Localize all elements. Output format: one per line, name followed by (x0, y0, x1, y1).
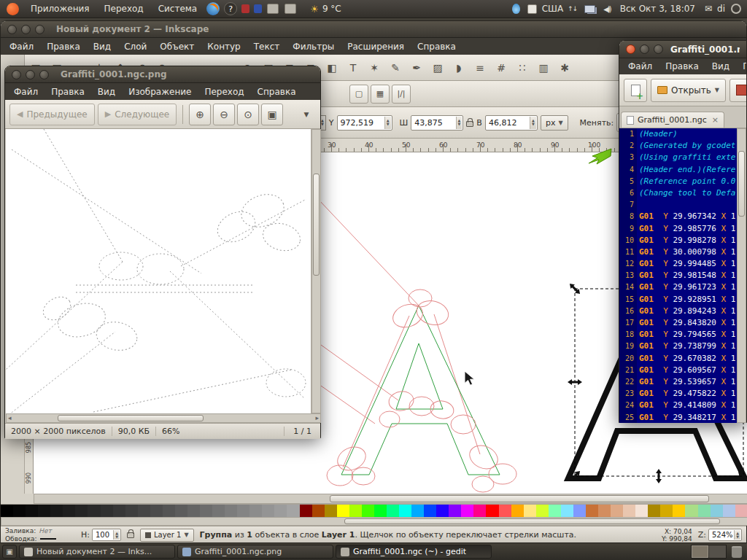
palette-swatch[interactable] (536, 505, 549, 517)
distro-logo-icon[interactable] (7, 3, 19, 15)
palette-swatch[interactable] (524, 505, 536, 517)
mail-icon[interactable]: ✉ (705, 4, 712, 14)
pencil-button[interactable]: ✎ (386, 58, 405, 77)
palette-swatch[interactable] (698, 505, 711, 517)
palette-swatch[interactable] (648, 505, 660, 517)
document-tab[interactable]: Graffiti_0001.ngc × (621, 112, 724, 128)
inkscape-menu-item[interactable]: Справка (411, 39, 462, 54)
inkscape-menu-item[interactable]: Контур (201, 39, 247, 54)
open-button[interactable]: Открыть ▼ (651, 79, 726, 102)
clock[interactable]: Вск Окт 3, 18:07 (616, 4, 700, 14)
palette-swatch[interactable] (374, 505, 387, 517)
palette-swatch[interactable] (88, 505, 100, 517)
canvas-hscrollbar[interactable] (34, 494, 747, 504)
help-launcher-icon[interactable]: ? (224, 2, 237, 15)
viewer-menu-item[interactable]: Изображение (122, 85, 198, 99)
viewer-menu-item[interactable]: Правка (44, 85, 91, 99)
taskbar-window-button[interactable]: Новый документ 2 — Inks... (19, 545, 175, 559)
palette-swatch[interactable] (499, 505, 511, 517)
palette-swatch[interactable] (63, 505, 75, 517)
taskbar-window-button[interactable]: Graffiti_0001.ngc (~) - gedit (336, 545, 492, 559)
palette-swatch[interactable] (349, 505, 362, 517)
palette-swatch[interactable] (673, 505, 685, 517)
save-button[interactable] (729, 79, 746, 102)
grid-toggle[interactable]: ▦ (371, 85, 390, 104)
scrollbar-slider[interactable] (344, 518, 720, 524)
palette-swatch[interactable] (200, 505, 212, 517)
page-border-toggle[interactable]: ▢ (349, 85, 368, 104)
palette-swatch[interactable] (461, 505, 473, 517)
inkscape-menu-item[interactable]: Слой (117, 39, 153, 54)
palette-swatch[interactable] (287, 505, 299, 517)
palette-swatch[interactable] (274, 505, 287, 517)
palette-swatch[interactable] (1, 505, 13, 517)
gedit-menu-item[interactable]: Правка (659, 59, 705, 74)
show-desktop-button[interactable]: ▣ (2, 545, 17, 559)
palette-swatch[interactable] (249, 505, 262, 517)
palette-swatch[interactable] (225, 505, 237, 517)
preferences-button[interactable]: ✱ (555, 58, 574, 77)
window-maximize-button[interactable] (39, 70, 49, 79)
weather-icon[interactable]: ☀ (310, 4, 319, 15)
palette-swatch[interactable] (635, 505, 648, 517)
tray-icon-blue[interactable] (254, 4, 262, 13)
workspace-1[interactable] (692, 545, 708, 558)
scroll-left-icon[interactable]: ◂ (8, 414, 12, 422)
palette-swatch[interactable] (50, 505, 63, 517)
document-properties-button[interactable]: ▥ (534, 58, 553, 77)
palette-swatch[interactable] (387, 505, 399, 517)
palette-swatch[interactable] (362, 505, 374, 517)
zoom-fit-button[interactable]: ▣ (261, 104, 283, 125)
window-minimize-button[interactable] (640, 44, 649, 54)
user-menu[interactable]: di (717, 4, 725, 14)
height-input[interactable]: 46,812 ▲▼ (485, 115, 538, 131)
palette-swatch[interactable] (150, 505, 163, 517)
letter-a-vector-path[interactable] (341, 306, 500, 475)
palette-swatch[interactable] (113, 505, 125, 517)
palette-swatch[interactable] (586, 505, 598, 517)
window-minimize-button[interactable] (26, 70, 35, 79)
palette-swatch[interactable] (325, 505, 337, 517)
palette-swatch[interactable] (262, 505, 274, 517)
palette-swatch[interactable] (75, 505, 88, 517)
viewer-menu-item[interactable]: Переход (198, 85, 250, 99)
window-minimize-button[interactable] (21, 25, 31, 34)
displays-icon[interactable] (584, 5, 595, 13)
spin-arrows[interactable]: ▲▼ (384, 117, 391, 129)
palette-swatch[interactable] (300, 505, 312, 517)
zoom-input[interactable]: 524% ▲▼ (708, 529, 742, 541)
window-maximize-button[interactable] (654, 44, 663, 54)
spin-arrows[interactable]: ▲▼ (456, 117, 462, 129)
updown-arrows-icon[interactable]: ↑↓ (568, 5, 577, 12)
units-dropdown[interactable]: px ▼ (541, 115, 568, 131)
palette-swatch[interactable] (187, 505, 200, 517)
palette-swatch[interactable] (549, 505, 561, 517)
torrent-tray-icon[interactable] (512, 4, 520, 14)
fill-stroke-indicator[interactable]: Заливка: Нет Обводка: (5, 527, 75, 542)
palette-swatch[interactable] (312, 505, 325, 517)
gedit-menu-item[interactable]: Поиск (736, 59, 746, 74)
code-editor[interactable]: 1(Header)2(Generated by gcodet3(Using gr… (619, 128, 737, 423)
inkscape-menu-item[interactable]: Правка (40, 39, 87, 54)
keyboard-layout-indicator[interactable]: США (542, 4, 563, 14)
gradient-button[interactable]: ▨ (428, 58, 447, 77)
palette-swatch[interactable] (337, 505, 349, 517)
inkscape-menu-item[interactable]: Текст (247, 39, 287, 54)
workspace-2[interactable] (709, 545, 726, 558)
y-input[interactable]: 972,519 ▲▼ (337, 115, 392, 131)
scrollbar-slider[interactable] (313, 174, 320, 276)
spray-button[interactable]: ✶ (365, 58, 384, 77)
palette-swatch[interactable] (101, 505, 113, 517)
power-icon[interactable] (731, 4, 741, 14)
palette-swatch[interactable] (598, 505, 611, 517)
tab-close-button[interactable]: × (712, 115, 719, 125)
palette-swatch[interactable] (685, 505, 697, 517)
palette-swatch[interactable] (424, 505, 436, 517)
previous-image-button[interactable]: ◀ Предыдущее (9, 104, 95, 125)
palette-swatch[interactable] (473, 505, 486, 517)
lock-ratio-icon[interactable] (466, 121, 473, 127)
palette-swatch[interactable] (13, 505, 26, 517)
scroll-right-icon[interactable]: ▸ (315, 414, 319, 422)
gedit-menu-item[interactable]: Вид (705, 59, 736, 74)
width-input[interactable]: 43,875 ▲▼ (411, 115, 463, 131)
